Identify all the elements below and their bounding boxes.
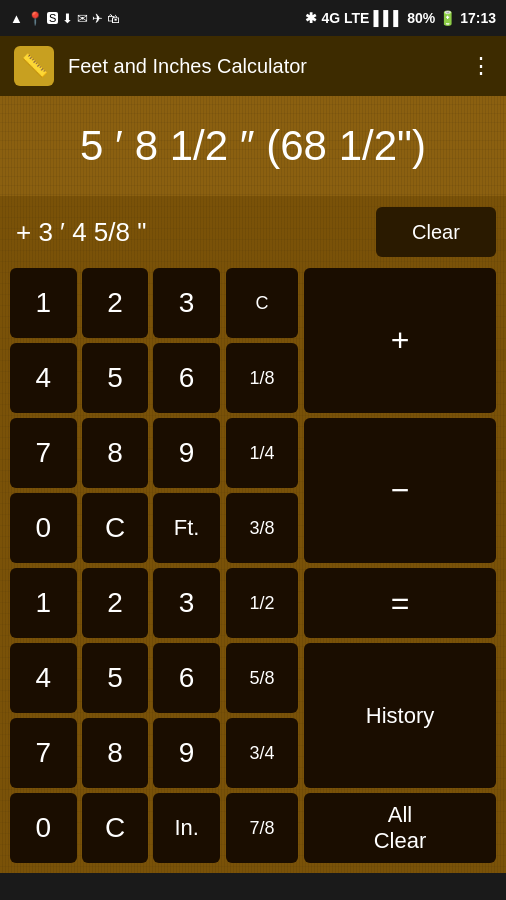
clear-bottom[interactable]: C bbox=[82, 793, 149, 863]
digit-4-bottom[interactable]: 4 bbox=[10, 643, 77, 713]
frac-1-8[interactable]: 1/8 bbox=[226, 343, 298, 413]
s-icon: S bbox=[47, 12, 58, 24]
digit-2-top[interactable]: 2 bbox=[82, 268, 149, 338]
app-title: Feet and Inches Calculator bbox=[68, 55, 456, 78]
location-icon: 📍 bbox=[27, 11, 43, 26]
gps-icon: ▲ bbox=[10, 11, 23, 26]
toolbar: 📏 Feet and Inches Calculator ⋮ bbox=[0, 36, 506, 96]
all-clear-button[interactable]: AllClear bbox=[304, 793, 496, 863]
digit-2-bottom[interactable]: 2 bbox=[82, 568, 149, 638]
frac-1-4[interactable]: 1/4 bbox=[226, 418, 298, 488]
app-icon: 📏 bbox=[14, 46, 54, 86]
fraction-pad: C 1/8 1/4 3/8 1/2 5/8 3/4 7/8 bbox=[226, 268, 298, 863]
status-bar: ▲ 📍 S ⬇ ✉ ✈ 🛍 ✱ 4G LTE ▌▌▌ 80% 🔋 17:13 bbox=[0, 0, 506, 36]
digit-6-top[interactable]: 6 bbox=[153, 343, 220, 413]
digit-7-top[interactable]: 7 bbox=[10, 418, 77, 488]
clear-top[interactable]: C bbox=[82, 493, 149, 563]
status-right: ✱ 4G LTE ▌▌▌ 80% 🔋 17:13 bbox=[305, 10, 496, 26]
frac-1-2[interactable]: 1/2 bbox=[226, 568, 298, 638]
battery-icon: 🔋 bbox=[439, 10, 456, 26]
digit-1-top[interactable]: 1 bbox=[10, 268, 77, 338]
digit-3-top[interactable]: 3 bbox=[153, 268, 220, 338]
battery-level: 80% bbox=[407, 10, 435, 26]
clear-button[interactable]: Clear bbox=[376, 207, 496, 257]
digit-8-top[interactable]: 8 bbox=[82, 418, 149, 488]
digit-5-top[interactable]: 5 bbox=[82, 343, 149, 413]
digit-6-bottom[interactable]: 6 bbox=[153, 643, 220, 713]
clear-frac[interactable]: C bbox=[226, 268, 298, 338]
input-row: + 3 ′ 4 5/8 " Clear bbox=[10, 206, 496, 258]
inches-button[interactable]: In. bbox=[153, 793, 220, 863]
download-icon: ⬇ bbox=[62, 11, 73, 26]
clock: 17:13 bbox=[460, 10, 496, 26]
input-display: + 3 ′ 4 5/8 " bbox=[10, 217, 376, 248]
digit-9-bottom[interactable]: 9 bbox=[153, 718, 220, 788]
digit-1-bottom[interactable]: 1 bbox=[10, 568, 77, 638]
gmail-icon: ✉ bbox=[77, 11, 88, 26]
main-display: 5 ′ 8 1/2 ″ (68 1/2") bbox=[0, 96, 506, 196]
equals-button[interactable]: = bbox=[304, 568, 496, 638]
network-type: 4G LTE bbox=[321, 10, 369, 26]
digit-0-top[interactable]: 0 bbox=[10, 493, 77, 563]
digit-3-bottom[interactable]: 3 bbox=[153, 568, 220, 638]
bluetooth-icon: ✈ bbox=[92, 11, 103, 26]
subtract-button[interactable]: − bbox=[304, 418, 496, 563]
bag-icon: 🛍 bbox=[107, 11, 120, 26]
digit-7-bottom[interactable]: 7 bbox=[10, 718, 77, 788]
digit-8-bottom[interactable]: 8 bbox=[82, 718, 149, 788]
digit-0-bottom[interactable]: 0 bbox=[10, 793, 77, 863]
button-area: 1 2 3 4 5 6 7 8 9 0 C Ft. 1 2 3 4 5 6 7 … bbox=[10, 268, 496, 863]
history-button[interactable]: History bbox=[304, 643, 496, 788]
frac-7-8[interactable]: 7/8 bbox=[226, 793, 298, 863]
overflow-menu-icon[interactable]: ⋮ bbox=[470, 53, 492, 79]
frac-3-8[interactable]: 3/8 bbox=[226, 493, 298, 563]
operator-pad: + − = History AllClear bbox=[304, 268, 496, 863]
digit-4-top[interactable]: 4 bbox=[10, 343, 77, 413]
add-button[interactable]: + bbox=[304, 268, 496, 413]
frac-5-8[interactable]: 5/8 bbox=[226, 643, 298, 713]
number-pad: 1 2 3 4 5 6 7 8 9 0 C Ft. 1 2 3 4 5 6 7 … bbox=[10, 268, 220, 863]
signal-bars: ▌▌▌ bbox=[373, 10, 403, 26]
result-display: 5 ′ 8 1/2 ″ (68 1/2") bbox=[80, 122, 426, 170]
calculator-body: + 3 ′ 4 5/8 " Clear 1 2 3 4 5 6 7 8 9 0 … bbox=[0, 196, 506, 873]
digit-5-bottom[interactable]: 5 bbox=[82, 643, 149, 713]
bluetooth-status-icon: ✱ bbox=[305, 10, 317, 26]
digit-9-top[interactable]: 9 bbox=[153, 418, 220, 488]
frac-3-4[interactable]: 3/4 bbox=[226, 718, 298, 788]
status-icons-left: ▲ 📍 S ⬇ ✉ ✈ 🛍 bbox=[10, 11, 120, 26]
feet-button[interactable]: Ft. bbox=[153, 493, 220, 563]
